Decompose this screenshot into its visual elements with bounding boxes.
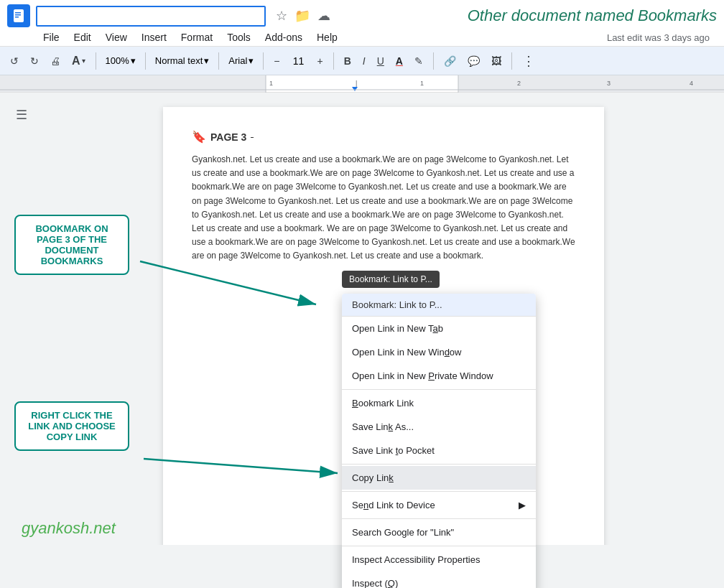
menu-view[interactable]: View: [98, 29, 134, 46]
ctx-save-to-pocket[interactable]: Save Link to Pocket: [342, 439, 536, 462]
menu-insert[interactable]: Insert: [134, 29, 174, 46]
print-button[interactable]: 🖨: [46, 52, 65, 70]
redo-button[interactable]: ↻: [26, 52, 43, 70]
callout-bookmark: BOOKMARK ON PAGE 3 OF THE DOCUMENT BOOKM…: [14, 215, 129, 275]
ctx-sep-3: [342, 491, 536, 492]
submenu-arrow-icon: ▶: [519, 500, 526, 510]
cloud-icon[interactable]: ☁: [317, 8, 330, 24]
doc-structure-icon[interactable]: ☰: [16, 107, 27, 123]
style-select[interactable]: Normal text ▾: [152, 52, 213, 69]
menu-row: File Edit View Insert Format Tools Add-o…: [7, 29, 717, 46]
context-menu-header: Bookmark: Link to P...: [342, 294, 536, 317]
zoom-arrow-icon: ▾: [131, 55, 136, 66]
bold-button[interactable]: B: [340, 52, 356, 70]
style-arrow-icon: ▾: [204, 55, 209, 66]
menu-addons[interactable]: Add-ons: [258, 29, 310, 46]
highlight-button[interactable]: ✎: [410, 52, 427, 70]
ctx-send-to-device[interactable]: Send Link to Device ▶: [342, 493, 536, 517]
svg-text:2: 2: [517, 80, 521, 87]
page-text: Gyankosh.net. Let us create and use a bo…: [192, 153, 575, 263]
title-icons: ☆ 📁 ☁: [276, 8, 330, 24]
top-bar: BOOKMARKS- GYANKOSH.NET ☆ 📁 ☁ Other docu…: [0, 0, 724, 47]
svg-rect-2: [15, 14, 21, 16]
font-size-increase-button[interactable]: +: [312, 52, 327, 70]
ctx-open-new-window[interactable]: Open Link in New Window: [342, 340, 536, 364]
ctx-copy-link[interactable]: Copy Link: [342, 466, 536, 490]
bookmark-flag-icon: 🔖: [192, 129, 206, 146]
toolbar: ↺ ↻ 🖨 A ▾ 100% ▾ Normal text ▾ Arial ▾ −…: [0, 47, 724, 75]
underline-button[interactable]: U: [373, 52, 389, 70]
menu-edit[interactable]: Edit: [67, 29, 98, 46]
tb-sep-3: [218, 52, 219, 70]
tb-sep-4: [263, 52, 264, 70]
undo-button[interactable]: ↺: [6, 52, 23, 70]
doc-title-input[interactable]: BOOKMARKS- GYANKOSH.NET: [36, 6, 266, 27]
ruler: 1 | 1 2 3 4: [0, 75, 724, 93]
menu-help[interactable]: Help: [310, 29, 345, 46]
zoom-select[interactable]: 100% ▾: [102, 52, 139, 69]
tb-sep-6: [433, 52, 434, 70]
font-color-a-icon: A: [396, 55, 403, 67]
google-docs-icon: [7, 4, 30, 27]
menu-format[interactable]: Format: [174, 29, 220, 46]
paint-format-button[interactable]: A ▾: [68, 52, 90, 70]
title-row: BOOKMARKS- GYANKOSH.NET ☆ 📁 ☁ Other docu…: [7, 4, 717, 27]
italic-button[interactable]: I: [358, 52, 370, 70]
svg-rect-1: [15, 12, 21, 14]
link-icon: 🔗: [444, 55, 456, 67]
ctx-sep-2: [342, 464, 536, 465]
tb-sep-5: [333, 52, 334, 70]
page-heading: PAGE 3: [210, 130, 246, 145]
ctx-sep-4: [342, 518, 536, 519]
font-arrow-icon: ▾: [249, 55, 254, 66]
svg-text:4: 4: [690, 80, 693, 87]
svg-rect-3: [15, 17, 19, 18]
ctx-bookmark-link[interactable]: Bookmark Link: [342, 391, 536, 415]
image-button[interactable]: 🖼: [487, 52, 506, 70]
left-panel: ☰: [0, 93, 43, 545]
font-select[interactable]: Arial ▾: [225, 52, 257, 69]
font-color-button[interactable]: A: [391, 52, 407, 70]
ctx-sep-1: [342, 389, 536, 390]
link-button[interactable]: 🔗: [440, 52, 460, 70]
bookmark-tooltip: Bookmark: Link to P...: [342, 271, 440, 288]
callout-rightclick: RIGHT CLICK THE LINK AND CHOOSE COPY LIN…: [14, 401, 129, 451]
font-size-display: 11: [287, 55, 310, 67]
svg-text:3: 3: [607, 80, 611, 87]
other-doc-label: Other document named Bookmarks: [468, 6, 717, 25]
page-3-marker: 🔖 PAGE 3: [192, 129, 575, 146]
more-options-button[interactable]: ⋮: [518, 50, 539, 72]
menu-tools[interactable]: Tools: [220, 29, 258, 46]
main-area: ☰ 🔖 PAGE 3 Gyankosh.net. Let us create a…: [0, 93, 724, 545]
folder-icon[interactable]: 📁: [294, 8, 310, 24]
tb-sep-2: [145, 52, 146, 70]
ruler-content: 1 | 1 2 3 4: [0, 75, 724, 92]
svg-rect-0: [14, 9, 24, 22]
svg-text:1: 1: [269, 80, 273, 87]
ctx-open-private[interactable]: Open Link in New Private Window: [342, 364, 536, 388]
svg-text:|: |: [356, 80, 357, 87]
last-edit-label: Last edit was 3 days ago: [607, 32, 717, 43]
menu-file[interactable]: File: [36, 29, 67, 46]
watermark: gyankosh.net: [22, 519, 116, 538]
svg-text:1: 1: [420, 80, 424, 87]
image-icon: 🖼: [491, 55, 501, 67]
highlight-icon: ✎: [414, 55, 423, 67]
tb-sep-7: [511, 52, 512, 70]
ctx-search-google[interactable]: Search Google for "Link": [342, 521, 536, 544]
ctx-inspect[interactable]: Inspect (Q): [342, 571, 536, 588]
svg-marker-6: [352, 87, 358, 91]
ctx-save-link-as[interactable]: Save Link As...: [342, 415, 536, 439]
tb-sep-1: [96, 52, 96, 70]
ctx-inspect-accessibility[interactable]: Inspect Accessibility Properties: [342, 548, 536, 571]
ctx-sep-5: [342, 546, 536, 546]
comment-icon: 💬: [468, 55, 480, 67]
comment-button[interactable]: 💬: [463, 52, 484, 70]
ctx-open-new-tab[interactable]: Open Link in New Tab: [342, 317, 536, 340]
context-menu: Bookmark: Link to P... Open Link in New …: [342, 294, 536, 588]
star-icon[interactable]: ☆: [276, 8, 287, 24]
font-size-decrease-button[interactable]: −: [269, 52, 284, 70]
